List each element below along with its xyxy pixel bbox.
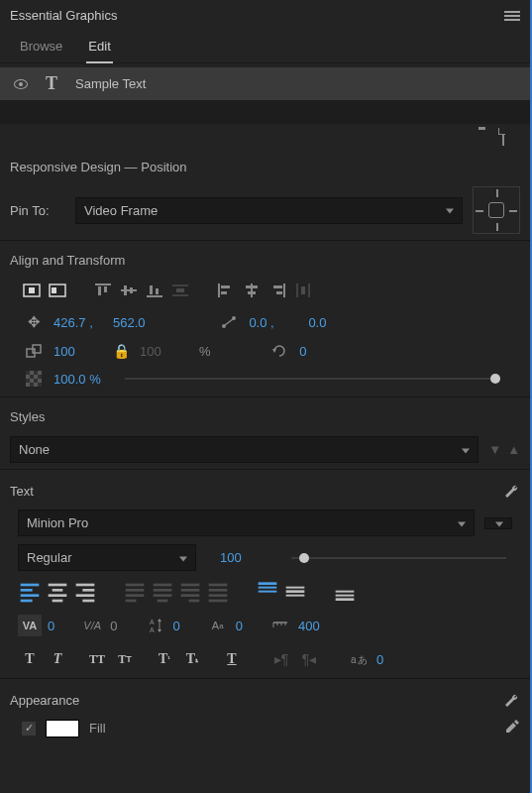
justify-right-icon[interactable]: [178, 581, 202, 603]
svg-rect-17: [221, 285, 230, 288]
align-left-icon[interactable]: [216, 282, 236, 299]
justify-all-icon[interactable]: [206, 581, 230, 603]
styles-row: None ▼ ▲: [0, 432, 530, 467]
align-bottom-icon[interactable]: [145, 282, 164, 299]
layer-list-footer: [0, 124, 530, 150]
opacity-slider[interactable]: [125, 378, 500, 380]
text-options-icon[interactable]: [502, 482, 520, 500]
tsume-icon: aあ: [347, 648, 371, 670]
tsume-value[interactable]: 0: [376, 652, 383, 667]
align-hcenter-icon[interactable]: [242, 282, 262, 299]
faux-style-toolbar: T T TT TT T¹ T₁ T ▸¶ ¶◂ aあ0: [0, 642, 530, 676]
svg-rect-12: [156, 288, 159, 294]
faux-bold-icon[interactable]: T: [18, 648, 42, 670]
width-scale-value[interactable]: 400: [298, 619, 320, 633]
text-section-header: Text: [0, 472, 530, 506]
fill-row: Fill: [0, 715, 530, 741]
rotation-icon: [269, 343, 289, 359]
svg-text:あ: あ: [358, 654, 368, 665]
svg-rect-8: [124, 285, 127, 295]
underline-icon[interactable]: T: [220, 648, 244, 670]
align-to-selection-icon[interactable]: [48, 282, 67, 299]
kerning-value[interactable]: 0: [110, 619, 117, 633]
text-heading: Text: [10, 484, 34, 499]
pin-to-label: Pin To:: [10, 203, 65, 218]
panel-menu-icon[interactable]: [504, 11, 520, 21]
position-icon: ✥: [24, 313, 44, 331]
justify-left-icon[interactable]: [123, 581, 147, 603]
distribute-h-icon[interactable]: [293, 282, 313, 299]
paragraph-align-toolbar: [0, 575, 530, 609]
align-toolbar: [0, 276, 530, 305]
baseline-value[interactable]: 0: [236, 619, 243, 633]
tracking-value[interactable]: 0: [48, 619, 54, 633]
svg-marker-33: [272, 349, 276, 353]
all-caps-icon[interactable]: TT: [85, 648, 109, 670]
scale-w[interactable]: 100: [53, 344, 103, 359]
svg-rect-1: [29, 287, 35, 293]
svg-rect-11: [150, 285, 153, 294]
svg-text:A: A: [150, 619, 155, 625]
layer-item[interactable]: T Sample Text: [0, 67, 530, 100]
svg-rect-27: [301, 286, 305, 294]
text-align-center-icon[interactable]: [46, 581, 69, 603]
small-caps-icon[interactable]: TT: [113, 648, 137, 670]
position-y[interactable]: 562.0: [113, 315, 162, 330]
tab-edit[interactable]: Edit: [86, 33, 112, 63]
rtl-direction-icon[interactable]: ¶◂: [297, 648, 321, 670]
layer-name: Sample Text: [75, 76, 146, 91]
push-style-down-icon[interactable]: ▼: [488, 442, 501, 457]
align-top-icon[interactable]: [93, 282, 113, 299]
rotation[interactable]: 0: [299, 344, 349, 359]
text-valign-center-icon[interactable]: [283, 581, 307, 603]
pin-to-dropdown[interactable]: Video Frame: [75, 197, 463, 224]
scale-h[interactable]: 100: [140, 344, 189, 359]
fill-checkbox[interactable]: [22, 722, 36, 736]
anchor-y[interactable]: 0.0: [308, 315, 358, 330]
leading-value[interactable]: 0: [172, 619, 179, 633]
leading-icon: AA: [143, 615, 166, 636]
subscript-icon[interactable]: T₁: [180, 648, 204, 670]
anchor-x[interactable]: 0.0 ,: [249, 315, 298, 330]
appearance-heading: Appearance: [10, 693, 79, 708]
fill-color-swatch[interactable]: [46, 720, 79, 737]
distribute-v-icon[interactable]: [170, 282, 190, 299]
svg-rect-18: [221, 291, 227, 294]
justify-center-icon[interactable]: [151, 581, 174, 603]
responsive-heading: Responsive Design — Position: [0, 150, 530, 182]
font-weight-dropdown[interactable]: Regular: [18, 544, 196, 571]
text-align-right-icon[interactable]: [73, 581, 97, 603]
push-style-up-icon[interactable]: ▲: [507, 442, 520, 457]
pin-to-graphic[interactable]: [473, 186, 520, 234]
link-scale-icon[interactable]: 🔒: [113, 343, 130, 359]
pin-to-row: Pin To: Video Frame: [0, 182, 530, 238]
faux-italic-icon[interactable]: T: [46, 648, 69, 670]
font-size[interactable]: 100: [220, 550, 269, 565]
text-valign-bottom-icon[interactable]: [333, 581, 357, 603]
align-to-frame-icon[interactable]: [22, 282, 42, 299]
scale-icon: [24, 343, 44, 359]
visibility-icon[interactable]: [14, 79, 28, 89]
tab-bar: Browse Edit: [0, 27, 530, 63]
position-x[interactable]: 426.7 ,: [53, 315, 103, 330]
font-size-slider[interactable]: [291, 557, 506, 559]
opacity-icon: [24, 371, 44, 387]
new-layer-icon[interactable]: [502, 130, 518, 144]
svg-rect-24: [276, 291, 282, 294]
tab-browse[interactable]: Browse: [18, 33, 64, 62]
text-align-left-icon[interactable]: [18, 581, 42, 603]
eyedropper-icon[interactable]: [504, 719, 520, 737]
svg-rect-21: [248, 291, 256, 294]
text-valign-top-icon[interactable]: [256, 581, 279, 603]
styles-dropdown[interactable]: None: [10, 436, 479, 463]
align-vcenter-icon[interactable]: [119, 282, 139, 299]
font-family-dropdown[interactable]: Minion Pro: [18, 510, 475, 536]
ltr-direction-icon[interactable]: ▸¶: [269, 648, 293, 670]
superscript-icon[interactable]: T¹: [153, 648, 176, 670]
appearance-options-icon[interactable]: [502, 691, 520, 709]
opacity[interactable]: 100.0 %: [53, 372, 103, 387]
font-picker-dropdown[interactable]: [484, 517, 512, 529]
align-right-icon[interactable]: [267, 282, 287, 299]
anchor-icon: [219, 314, 239, 330]
new-folder-icon[interactable]: [479, 130, 494, 144]
